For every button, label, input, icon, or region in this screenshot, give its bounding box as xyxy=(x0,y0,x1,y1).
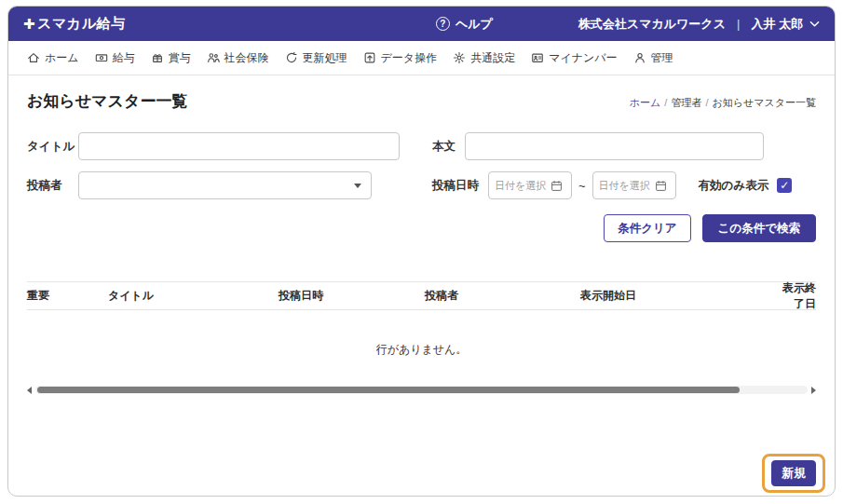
nav-item-data-operation[interactable]: データ操作 xyxy=(363,50,438,66)
breadcrumb-separator: / xyxy=(664,97,667,108)
scroll-left-arrow-icon[interactable] xyxy=(27,387,32,394)
new-button-area: 新規 xyxy=(762,454,825,493)
new-button-highlight: 新規 xyxy=(762,454,825,493)
clear-conditions-button[interactable]: 条件クリア xyxy=(604,214,690,242)
nav-label: 共通設定 xyxy=(470,50,515,66)
nav-item-settings[interactable]: 共通設定 xyxy=(453,50,515,66)
horizontal-scrollbar xyxy=(27,386,816,394)
col-header-poster: 投稿者 xyxy=(425,288,580,304)
scroll-right-arrow-icon[interactable] xyxy=(811,387,816,394)
chevron-down-icon xyxy=(809,20,820,28)
breadcrumb-separator: / xyxy=(705,97,708,108)
post-date-to-input[interactable] xyxy=(599,180,653,191)
nav-label: 賞与 xyxy=(169,50,191,66)
nav-label: ホーム xyxy=(45,50,79,66)
nav-item-bonus[interactable]: 賞与 xyxy=(151,50,191,66)
col-header-display-start: 表示開始日 xyxy=(580,288,772,304)
nav-label: データ操作 xyxy=(381,50,438,66)
bonus-icon xyxy=(151,51,164,64)
person-icon xyxy=(633,51,646,64)
salary-icon xyxy=(95,51,108,64)
app-logo: ✚ スマカル給与 xyxy=(23,15,125,33)
table-header-row: 重要 タイトル 投稿日時 投稿者 表示開始日 表示終了日 xyxy=(27,281,816,310)
company-name: 株式会社スマカルワークス | xyxy=(578,16,752,33)
table-empty-message: 行がありません。 xyxy=(27,342,816,358)
nav-label: 社会保険 xyxy=(224,50,269,66)
date-range-tilde: ~ xyxy=(578,179,586,193)
id-card-icon xyxy=(531,51,544,64)
home-icon xyxy=(27,51,40,64)
logo-plus-icon: ✚ xyxy=(23,16,35,33)
nav-label: 給与 xyxy=(113,50,135,66)
user-name: 入井 太郎 xyxy=(751,16,803,33)
help-button[interactable]: ? ヘルプ xyxy=(436,16,493,33)
header-divider: | xyxy=(737,17,740,31)
nav-label: マイナンバー xyxy=(549,50,617,66)
nav-item-admin[interactable]: 管理 xyxy=(633,50,673,66)
body-field-label: 本文 xyxy=(432,139,455,155)
new-button[interactable]: 新規 xyxy=(771,460,816,486)
breadcrumb: ホーム/管理者/お知らせマスター一覧 xyxy=(630,96,816,112)
post-date-to[interactable] xyxy=(592,171,676,199)
col-header-display-end: 表示終了日 xyxy=(772,280,816,312)
calendar-icon xyxy=(551,180,563,192)
breadcrumb-home-link[interactable]: ホーム xyxy=(630,97,661,108)
active-only-label: 有効のみ表示 xyxy=(699,178,769,194)
app-window: ✚ スマカル給与 ? ヘルプ 株式会社スマカルワークス | 入井 太郎 ホーム … xyxy=(7,6,836,497)
body-input[interactable] xyxy=(465,132,764,160)
title-input[interactable] xyxy=(78,132,400,160)
social-insurance-icon xyxy=(207,51,220,64)
col-header-title: タイトル xyxy=(108,288,279,304)
nav-label: 更新処理 xyxy=(303,50,347,66)
help-icon: ? xyxy=(436,17,450,31)
search-button[interactable]: この条件で検索 xyxy=(702,214,816,242)
company-name-text: 株式会社スマカルワークス xyxy=(578,16,726,33)
chevron-down-icon xyxy=(354,184,361,188)
breadcrumb-current: お知らせマスター一覧 xyxy=(712,97,816,108)
data-operation-icon xyxy=(363,51,376,64)
nav-item-home[interactable]: ホーム xyxy=(27,50,79,66)
col-header-important: 重要 xyxy=(27,288,108,304)
active-only-checkbox[interactable]: ✓ xyxy=(777,178,792,193)
page-title: お知らせマスター一覧 xyxy=(27,90,187,112)
calendar-icon xyxy=(655,180,667,192)
nav-item-salary[interactable]: 給与 xyxy=(95,50,135,66)
nav-item-social-insurance[interactable]: 社会保険 xyxy=(207,50,269,66)
nav-item-mynumber[interactable]: マイナンバー xyxy=(531,50,617,66)
post-date-label: 投稿日時 xyxy=(432,178,479,194)
post-date-from-input[interactable] xyxy=(495,180,549,191)
poster-select[interactable] xyxy=(78,171,372,199)
poster-field-label: 投稿者 xyxy=(27,178,78,194)
nav-label: 管理 xyxy=(651,50,673,66)
title-field-label: タイトル xyxy=(27,139,78,155)
post-date-from[interactable] xyxy=(488,171,572,199)
app-header: ✚ スマカル給与 ? ヘルプ 株式会社スマカルワークス | 入井 太郎 xyxy=(8,7,835,41)
help-label: ヘルプ xyxy=(455,16,493,33)
scrollbar-thumb[interactable] xyxy=(37,387,740,393)
breadcrumb-admin: 管理者 xyxy=(671,97,701,108)
nav-item-update[interactable]: 更新処理 xyxy=(285,50,347,66)
user-menu[interactable]: 入井 太郎 xyxy=(751,16,820,33)
refresh-icon xyxy=(285,51,298,64)
main-nav: ホーム 給与 賞与 社会保険 更新処理 データ操作 共通設定 マイナンバー xyxy=(8,41,835,75)
gear-icon xyxy=(453,51,466,64)
scrollbar-track[interactable] xyxy=(35,386,808,394)
col-header-post-date: 投稿日時 xyxy=(279,288,425,304)
main-content: お知らせマスター一覧 ホーム/管理者/お知らせマスター一覧 タイトル 本文 投稿… xyxy=(8,90,835,394)
app-logo-text: スマカル給与 xyxy=(37,15,125,33)
